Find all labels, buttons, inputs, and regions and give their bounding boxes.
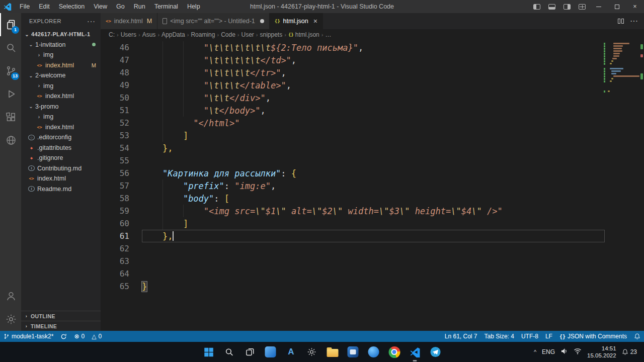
menu-selection[interactable]: Selection bbox=[54, 0, 89, 13]
toggle-primary-sidebar-icon[interactable] bbox=[529, 0, 544, 13]
code-line-53[interactable]: 53 ] bbox=[101, 129, 605, 142]
status-sync[interactable] bbox=[57, 331, 70, 342]
taskbar-start-icon[interactable] bbox=[202, 345, 215, 358]
breadcrumb-appdata[interactable]: AppData bbox=[162, 31, 185, 38]
taskbar-widgets-icon[interactable] bbox=[264, 345, 277, 358]
split-editor-icon[interactable] bbox=[618, 19, 624, 24]
code-line-49[interactable]: 49 "\t\t\t</table>", bbox=[101, 79, 605, 92]
activity-remote-explorer-icon[interactable] bbox=[0, 129, 21, 152]
code-line-64[interactable]: 64 bbox=[101, 267, 605, 280]
tree-item-img[interactable]: ›img bbox=[21, 112, 101, 122]
code-line-58[interactable]: 58 "body": [ bbox=[101, 192, 605, 205]
menu-view[interactable]: View bbox=[89, 0, 112, 13]
breadcrumb-item[interactable]: … bbox=[325, 31, 331, 38]
tree-item-img[interactable]: ›img bbox=[21, 81, 101, 92]
code-line-52[interactable]: 52 "</html>" bbox=[101, 117, 605, 129]
hidden-icons-chevron-icon[interactable]: ^ bbox=[534, 349, 536, 355]
tab-img-src-alt-untitled-1[interactable]: <img src="" alt=""> - Untitled-1 bbox=[157, 13, 270, 29]
activity-source-control-icon[interactable]: 13 bbox=[0, 59, 21, 82]
activity-accounts-icon[interactable] bbox=[0, 285, 21, 308]
notification-center[interactable]: 23 bbox=[622, 348, 637, 355]
code-line-59[interactable]: 59 "<img src=\"$1\" alt=\"$2\" width=\"$… bbox=[101, 205, 605, 217]
code-line-55[interactable]: 55 bbox=[101, 154, 605, 167]
minimap[interactable] bbox=[608, 42, 638, 93]
tree-item-gitignore[interactable]: ◆.gitignore bbox=[21, 153, 101, 163]
tab-index-html[interactable]: <>index.htmlM bbox=[101, 13, 157, 29]
taskbar-telegram-icon[interactable] bbox=[429, 345, 442, 358]
tree-item-index-html[interactable]: <>index.html bbox=[21, 173, 101, 184]
code-line-47[interactable]: 47 "\t\t\t\t\t</td>", bbox=[101, 54, 605, 66]
taskbar-task-view-icon[interactable] bbox=[244, 345, 257, 358]
tree-root-folder[interactable]: ⌄ 442617-PLAY-HTML-1 bbox=[21, 29, 101, 40]
tree-item-contributing-md[interactable]: iContributing.md bbox=[21, 163, 101, 174]
status-tab-size[interactable]: Tab Size: 4 bbox=[481, 331, 518, 342]
code-line-62[interactable]: 62 bbox=[101, 242, 605, 255]
tree-item-index-html[interactable]: <>index.html bbox=[21, 122, 101, 133]
minimize-button[interactable] bbox=[590, 0, 608, 13]
code-line-51[interactable]: 51 "\t</body>", bbox=[101, 104, 605, 117]
tree-item-2-welcome[interactable]: ⌄2-welcome bbox=[21, 70, 101, 81]
taskbar-app-a-icon[interactable]: A bbox=[285, 345, 298, 358]
activity-explorer-icon[interactable]: 1 bbox=[0, 13, 21, 36]
status-warnings[interactable]: △0 bbox=[88, 331, 105, 342]
tree-item-index-html[interactable]: <>index.htmlM bbox=[21, 60, 101, 71]
outline-panel-header[interactable]: › OUTLINE bbox=[21, 311, 101, 321]
tree-item-img[interactable]: ›img bbox=[21, 50, 101, 60]
status-notifications[interactable] bbox=[630, 331, 644, 342]
speaker-icon[interactable] bbox=[560, 348, 568, 356]
code-line-60[interactable]: 60 ] bbox=[101, 217, 605, 230]
menu-terminal[interactable]: Terminal bbox=[150, 0, 183, 13]
activity-extensions-icon[interactable] bbox=[0, 106, 21, 129]
status-language-mode[interactable]: {}JSON with Comments bbox=[556, 331, 630, 342]
timeline-panel-header[interactable]: › TIMELINE bbox=[21, 321, 101, 331]
taskbar-settings-icon[interactable] bbox=[305, 345, 318, 358]
code-line-46[interactable]: 46 "\t\t\t\t\t\t${2:Тело письма}", bbox=[101, 41, 605, 54]
tree-item-index-html[interactable]: <>index.html bbox=[21, 91, 101, 102]
menu-help[interactable]: Help bbox=[183, 0, 205, 13]
status-eol[interactable]: LF bbox=[542, 331, 556, 342]
more-actions-icon[interactable]: ··· bbox=[630, 17, 638, 26]
breadcrumb-user[interactable]: User bbox=[241, 31, 254, 38]
status-encoding[interactable]: UTF-8 bbox=[518, 331, 542, 342]
taskbar-clock[interactable]: 14:51 15.05.2022 bbox=[587, 345, 616, 359]
taskbar-vscode-icon[interactable] bbox=[409, 345, 422, 358]
menu-file[interactable]: File bbox=[15, 0, 34, 13]
taskbar-file-explorer-icon[interactable] bbox=[326, 345, 339, 358]
code-line-56[interactable]: 56 "Картинка для рассылки": { bbox=[101, 167, 605, 179]
status-errors[interactable]: ⊗0 bbox=[70, 331, 88, 342]
activity-search-icon[interactable] bbox=[0, 36, 21, 59]
tree-item-3-promo[interactable]: ⌄3-promo bbox=[21, 102, 101, 112]
menu-edit[interactable]: Edit bbox=[34, 0, 54, 13]
menu-go[interactable]: Go bbox=[112, 0, 129, 13]
close-tab-icon[interactable]: × bbox=[313, 18, 317, 25]
breadcrumb-c[interactable]: C: bbox=[109, 31, 115, 38]
breadcrumb-roaming[interactable]: Roaming bbox=[191, 31, 215, 38]
input-language[interactable]: ENG bbox=[542, 348, 555, 355]
code-line-54[interactable]: 54 }, bbox=[101, 142, 605, 154]
breadcrumb-html-json[interactable]: {}html.json bbox=[288, 31, 319, 38]
breadcrumb-code[interactable]: Code bbox=[221, 31, 235, 38]
code-line-48[interactable]: 48 "\t\t\t\t</tr>", bbox=[101, 66, 605, 79]
breadcrumb-snippets[interactable]: snippets bbox=[260, 31, 283, 38]
breadcrumb-users[interactable]: Users bbox=[121, 31, 136, 38]
tree-item-gitattributes[interactable]: ◆.gitattributes bbox=[21, 143, 101, 153]
activity-run-debug-icon[interactable] bbox=[0, 82, 21, 106]
toggle-secondary-sidebar-icon[interactable] bbox=[559, 0, 575, 13]
close-button[interactable]: × bbox=[626, 0, 644, 13]
customize-layout-icon[interactable] bbox=[575, 0, 590, 13]
taskbar-chrome-icon[interactable] bbox=[388, 345, 401, 358]
tree-item-readme-md[interactable]: iReadme.md bbox=[21, 184, 101, 195]
status-branch[interactable]: module1-task2* bbox=[0, 331, 57, 342]
code-line-50[interactable]: 50 "\t\t</div>", bbox=[101, 92, 605, 104]
code-editor[interactable]: 46 "\t\t\t\t\t\t${2:Тело письма}",47 "\t… bbox=[101, 40, 644, 331]
tab-html-json[interactable]: {}html.json× bbox=[270, 13, 323, 29]
maximize-button[interactable] bbox=[608, 0, 626, 13]
activity-settings-icon[interactable] bbox=[0, 308, 21, 331]
taskbar-app-blue-icon[interactable] bbox=[347, 345, 360, 358]
tree-item-1-invitation[interactable]: ⌄1-invitation bbox=[21, 40, 101, 50]
network-icon[interactable] bbox=[574, 348, 582, 356]
taskbar-app-circle-icon[interactable] bbox=[367, 345, 380, 358]
taskbar-search-icon[interactable] bbox=[223, 345, 236, 358]
tree-item-editorconfig[interactable]: ○.editorconfig bbox=[21, 132, 101, 143]
menu-run[interactable]: Run bbox=[129, 0, 150, 13]
